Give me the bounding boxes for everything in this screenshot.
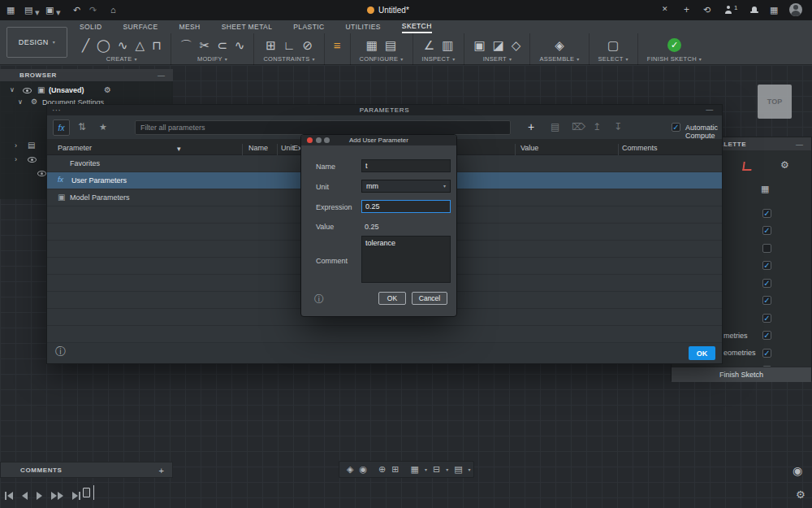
file-menu-caret-icon[interactable]: ▾ (35, 8, 40, 17)
configure-table-icon[interactable]: ▦ (366, 39, 378, 51)
option-checkbox[interactable]: ✓ (762, 331, 771, 340)
fillet-tool-icon[interactable]: ⌒ (180, 39, 192, 51)
measure-tool-icon[interactable]: ∠ (424, 39, 434, 51)
parameters-ok-button[interactable]: OK (689, 346, 715, 360)
collapse-icon[interactable]: — (796, 141, 803, 149)
option-checkbox[interactable]: ✓ (762, 261, 771, 270)
chevron-expand-icon[interactable]: ∨ (18, 99, 23, 106)
line-tool-icon[interactable]: ╱ (82, 39, 89, 51)
spline-tool-icon[interactable]: ∿ (118, 39, 128, 51)
user-avatar[interactable] (789, 3, 802, 16)
modal-ok-button[interactable]: OK (378, 292, 406, 305)
close-window-icon[interactable] (307, 137, 313, 143)
document-root-label[interactable]: (Unsaved) (49, 86, 84, 94)
expression-input[interactable] (361, 200, 451, 213)
comment-textarea[interactable]: tolerance (361, 236, 451, 283)
visibility-eye-icon[interactable] (37, 171, 46, 176)
tab-sketch[interactable]: SKETCH (402, 20, 432, 33)
tab-mesh[interactable]: MESH (179, 20, 200, 33)
notifications-bell-icon[interactable] (750, 6, 758, 15)
chevron-expand-icon[interactable]: ∨ (10, 87, 15, 93)
new-tab-icon[interactable]: + (684, 5, 689, 15)
column-parameter[interactable]: Parameter (58, 144, 92, 152)
browser-header[interactable]: BROWSER — (0, 69, 173, 81)
comments-panel[interactable]: COMMENTS + (0, 462, 173, 478)
parameters-dialog-titlebar[interactable]: ⋯ PARAMETERS — (47, 105, 722, 115)
offset-tool-icon[interactable]: ⊂ (217, 39, 227, 51)
go-to-end-button[interactable] (72, 492, 80, 500)
collaborators-icon[interactable] (724, 6, 732, 15)
info-icon[interactable]: ⓘ (55, 346, 66, 357)
select-box-icon[interactable]: ▢ (607, 39, 619, 51)
fast-forward-button[interactable] (51, 492, 63, 500)
finish-sketch-button[interactable]: Finish Sketch (672, 367, 811, 382)
display-settings-icon[interactable]: ▦ (411, 465, 419, 474)
perpendicular-constraint-icon[interactable]: ∟ (283, 39, 296, 51)
look-at-icon[interactable]: ◉ (359, 465, 367, 474)
tab-surface[interactable]: SURFACE (123, 20, 158, 33)
tab-sheet-metal[interactable]: SHEET METAL (222, 20, 273, 33)
insert-canvas-icon[interactable]: ▣ (473, 39, 485, 51)
import-parameters-icon[interactable]: ↧ (614, 122, 622, 132)
step-back-button[interactable] (22, 492, 28, 500)
slot-tool-icon[interactable]: ⊓ (152, 39, 162, 51)
app-grid-icon[interactable]: ▦ (6, 6, 15, 15)
drag-grip-icon[interactable]: ⋯ (52, 105, 62, 115)
extend-tool-icon[interactable]: ∿ (235, 39, 245, 51)
linetype-icon[interactable]: ≡ (334, 39, 341, 51)
constraint-angle-icon[interactable] (742, 162, 753, 171)
option-checkbox[interactable]: ✓ (762, 314, 771, 323)
timeline-settings-gear-icon[interactable]: ⚙ (796, 489, 806, 500)
file-menu-icon[interactable]: ▤ (24, 6, 32, 15)
grid-settings-icon[interactable]: ⊟ (433, 465, 440, 474)
close-tab-icon[interactable]: ✕ (662, 6, 668, 13)
chevron-down-icon[interactable]: ▾ (469, 467, 471, 472)
user-parameter-fx-button[interactable]: fx (53, 119, 70, 136)
automatic-compute-checkbox[interactable]: ✓ (672, 123, 680, 132)
dimension-tool-icon[interactable]: ⊞ (266, 39, 276, 51)
tab-plastic[interactable]: PLASTIC (293, 20, 324, 33)
favorites-star-icon[interactable]: ★ (99, 123, 107, 132)
modal-titlebar[interactable]: Add User Parameter (301, 135, 456, 145)
view-control-icon[interactable]: ◉ (793, 465, 802, 476)
finish-sketch-check-icon[interactable]: ✓ (667, 38, 681, 52)
minimize-window-icon[interactable] (316, 137, 322, 143)
export-parameters-icon[interactable]: ↥ (593, 122, 601, 132)
option-checkbox[interactable]: ✓ (762, 209, 771, 218)
option-checkbox[interactable]: ✓ (762, 226, 771, 235)
orbit-icon[interactable]: ◈ (347, 465, 353, 474)
go-to-start-button[interactable] (5, 492, 13, 500)
filter-parameters-input[interactable] (135, 120, 511, 135)
home-icon[interactable]: ⌂ (110, 6, 116, 15)
column-filter-caret-icon[interactable]: ▾ (177, 145, 181, 153)
configuration-icon[interactable]: ▤ (385, 39, 396, 51)
add-parameter-icon[interactable]: + (528, 121, 534, 132)
sort-icon[interactable]: ⇅ (78, 122, 86, 132)
insert-svg-icon[interactable]: ◪ (493, 39, 504, 51)
assemble-icon[interactable]: ◈ (555, 39, 564, 51)
save-caret-icon[interactable]: ▾ (56, 8, 61, 17)
modal-cancel-button[interactable]: Cancel (412, 292, 447, 305)
duplicate-parameter-icon[interactable]: ▤ (551, 122, 559, 132)
trim-tool-icon[interactable]: ✂ (200, 39, 210, 51)
chevron-down-icon[interactable]: ▾ (425, 467, 427, 472)
maximize-window-icon[interactable] (324, 137, 330, 143)
circle-tool-icon[interactable]: ◯ (97, 39, 110, 51)
tangent-constraint-icon[interactable]: ⊘ (302, 39, 313, 51)
delete-parameter-icon[interactable]: ⌦ (572, 122, 585, 132)
option-checkbox[interactable] (762, 244, 771, 253)
unit-dropdown[interactable]: mm ▾ (361, 180, 451, 193)
view-cube[interactable]: TOP (758, 85, 792, 119)
chevron-right-icon[interactable]: › (15, 156, 17, 163)
polygon-tool-icon[interactable]: △ (135, 39, 145, 51)
option-checkbox[interactable]: ✓ (762, 296, 771, 305)
chevron-right-icon[interactable]: › (15, 142, 17, 150)
redo-icon[interactable]: ↷ (89, 6, 97, 15)
visibility-eye-icon[interactable] (28, 157, 37, 163)
column-value[interactable]: Value (520, 144, 538, 152)
visibility-eye-icon[interactable] (23, 88, 32, 93)
sketch-grid-icon[interactable]: ▦ (761, 185, 769, 193)
insert-mesh-icon[interactable]: ◇ (512, 39, 521, 51)
workspace-selector[interactable]: DESIGN ▾ (6, 27, 67, 58)
undo-icon[interactable]: ↶ (73, 6, 80, 15)
